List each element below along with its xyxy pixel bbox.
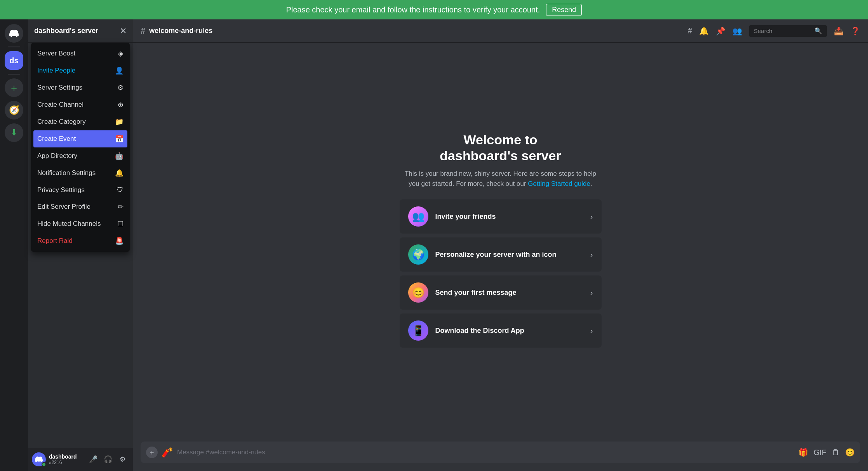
- create-channel-icon: ⊕: [118, 100, 124, 109]
- message-input-area: ＋ 🧨 🎁 GIF 🗒 😊: [133, 437, 868, 471]
- verification-banner: Please check your email and follow the i…: [0, 0, 868, 19]
- channel-header-left: # welcome-and-rules: [141, 26, 212, 36]
- dropdown-item-create-event[interactable]: Create Event 📅: [33, 130, 127, 147]
- personalize-server-card-text: Personalize your server with an icon: [435, 251, 583, 259]
- dropdown-item-edit-server-profile[interactable]: Edit Server Profile ✏: [33, 198, 127, 215]
- members-header-icon[interactable]: 👥: [732, 26, 742, 36]
- bell-header-icon[interactable]: 🔔: [699, 26, 709, 36]
- send-message-card-icon: 😊: [408, 282, 428, 303]
- message-input[interactable]: [177, 448, 795, 456]
- sticker-icon[interactable]: 🗒: [832, 448, 840, 457]
- help-icon[interactable]: ❓: [851, 26, 860, 36]
- server-icon-ds[interactable]: ds: [5, 51, 23, 70]
- dropdown-item-server-settings[interactable]: Server Settings ⚙: [33, 79, 127, 96]
- report-raid-icon: 🚨: [115, 237, 124, 245]
- mute-icon[interactable]: 🎤: [87, 453, 99, 466]
- message-right-icons: 🎁 GIF 🗒 😊: [798, 448, 855, 457]
- hide-muted-channels-icon: ☐: [117, 220, 124, 228]
- emoji-icon[interactable]: 😊: [845, 448, 855, 457]
- server-sidebar: dashboard's server ✕ Server Boost ◈ Invi…: [28, 19, 133, 471]
- server-settings-icon: ⚙: [117, 83, 124, 92]
- dropdown-item-create-channel[interactable]: Create Channel ⊕: [33, 96, 127, 113]
- explore-icon[interactable]: 🧭: [5, 101, 23, 119]
- search-bar[interactable]: 🔍: [749, 25, 827, 37]
- message-add-button[interactable]: ＋: [146, 447, 158, 458]
- action-card-personalize-server[interactable]: 🌍 Personalize your server with an icon ›: [400, 237, 602, 272]
- app-directory-icon: 🤖: [115, 152, 124, 160]
- server-icon-divider-2: [8, 74, 20, 74]
- search-input[interactable]: [754, 28, 811, 34]
- inbox-icon[interactable]: 📥: [834, 26, 844, 36]
- message-input-wrapper: ＋ 🧨 🎁 GIF 🗒 😊: [141, 442, 860, 463]
- download-app-chevron: ›: [590, 326, 593, 335]
- main-content: # welcome-and-rules # 🔔 📌 👥 🔍 📥 ❓ Wel: [133, 19, 868, 471]
- add-server-icon[interactable]: ＋: [5, 78, 23, 97]
- search-icon: 🔍: [814, 27, 822, 35]
- server-boost-icon: ◈: [118, 49, 124, 58]
- channel-name-header: welcome-and-rules: [149, 27, 212, 35]
- getting-started-link[interactable]: Getting Started guide: [528, 180, 590, 187]
- personalize-server-card-icon: 🌍: [408, 244, 428, 265]
- action-cards: 👥 Invite your friends › 🌍 Personalize yo…: [400, 199, 602, 348]
- user-avatar[interactable]: [32, 452, 46, 466]
- channel-header-right: # 🔔 📌 👥 🔍 📥 ❓: [688, 25, 860, 37]
- invite-friends-card-text: Invite your friends: [435, 213, 583, 221]
- server-name: dashboard's server: [34, 27, 98, 35]
- action-card-invite-friends[interactable]: 👥 Invite your friends ›: [400, 199, 602, 234]
- dropdown-item-app-directory[interactable]: App Directory 🤖: [33, 147, 127, 165]
- pin-header-icon[interactable]: 📌: [716, 26, 725, 36]
- channel-hash-icon: #: [141, 26, 145, 36]
- action-card-send-message[interactable]: 😊 Send your first message ›: [400, 275, 602, 310]
- app-directory-label: App Directory: [37, 152, 77, 160]
- dropdown-item-notification-settings[interactable]: Notification Settings 🔔: [33, 165, 127, 182]
- download-app-card-icon: 📱: [408, 320, 428, 341]
- server-header-close-icon[interactable]: ✕: [120, 26, 127, 36]
- deafen-icon[interactable]: 🎧: [102, 453, 114, 466]
- hashtag-header-icon[interactable]: #: [688, 26, 692, 35]
- personalize-chevron: ›: [590, 250, 593, 259]
- channel-header: # welcome-and-rules # 🔔 📌 👥 🔍 📥 ❓: [133, 19, 868, 43]
- create-category-icon: 📁: [115, 118, 124, 126]
- server-dropdown-menu: Server Boost ◈ Invite People 👤 Server Se…: [31, 43, 130, 252]
- home-icon[interactable]: [5, 24, 23, 43]
- create-category-label: Create Category: [37, 118, 86, 126]
- dropdown-item-invite-people[interactable]: Invite People 👤: [33, 62, 127, 79]
- dropdown-item-privacy-settings[interactable]: Privacy Settings 🛡: [33, 182, 127, 198]
- welcome-title: Welcome todashboard's server: [400, 132, 602, 164]
- user-status-indicator: [42, 462, 46, 467]
- gift-icon[interactable]: 🎁: [798, 448, 808, 457]
- create-channel-label: Create Channel: [37, 101, 83, 109]
- resend-button[interactable]: Resend: [546, 4, 582, 16]
- notification-settings-icon: 🔔: [115, 169, 124, 177]
- dropdown-item-hide-muted-channels[interactable]: Hide Muted Channels ☐: [33, 215, 127, 232]
- user-settings-icon[interactable]: ⚙: [117, 453, 129, 466]
- invite-people-label: Invite People: [37, 67, 75, 74]
- gif-icon[interactable]: GIF: [814, 448, 826, 457]
- banner-message: Please check your email and follow the i…: [286, 5, 540, 14]
- user-bar-icons: 🎤 🎧 ⚙: [87, 453, 129, 466]
- report-raid-label: Report Raid: [37, 237, 73, 245]
- server-icon-divider: [8, 47, 20, 47]
- dropdown-item-report-raid[interactable]: Report Raid 🚨: [33, 232, 127, 249]
- action-card-download-app[interactable]: 📱 Download the Discord App ›: [400, 313, 602, 348]
- invite-people-icon: 👤: [115, 66, 124, 75]
- hide-muted-channels-label: Hide Muted Channels: [37, 220, 101, 228]
- notification-settings-label: Notification Settings: [37, 169, 96, 177]
- dropdown-item-create-category[interactable]: Create Category 📁: [33, 113, 127, 130]
- server-header[interactable]: dashboard's server ✕: [28, 19, 133, 43]
- edit-server-profile-icon: ✏: [118, 203, 124, 211]
- server-settings-label: Server Settings: [37, 84, 82, 92]
- send-message-card-text: Send your first message: [435, 289, 583, 297]
- user-info: dashboard #2216: [49, 454, 84, 465]
- privacy-settings-label: Privacy Settings: [37, 186, 85, 194]
- welcome-area: Welcome todashboard's server This is you…: [133, 43, 868, 437]
- privacy-settings-icon: 🛡: [117, 186, 124, 194]
- invite-friends-card-icon: 👥: [408, 206, 428, 227]
- welcome-card: Welcome todashboard's server This is you…: [400, 132, 602, 348]
- user-bar: dashboard #2216 🎤 🎧 ⚙: [28, 448, 133, 471]
- download-icon[interactable]: ⬇: [5, 123, 23, 142]
- user-name: dashboard: [49, 454, 84, 460]
- message-emoji: 🧨: [162, 447, 173, 458]
- dropdown-item-server-boost[interactable]: Server Boost ◈: [33, 45, 127, 62]
- create-event-label: Create Event: [37, 135, 76, 143]
